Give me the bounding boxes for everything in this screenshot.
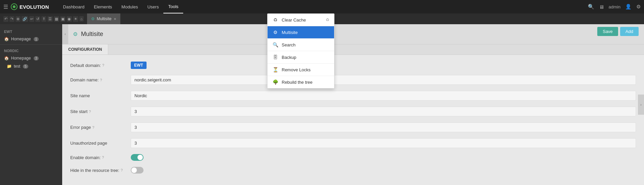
dropdown-item-clear-cache[interactable]: ♻ Clear Cache ♻ [268,14,334,26]
top-nav: Dashboard Elements Modules Users Tools [58,0,183,13]
nav-users[interactable]: Users [143,0,163,13]
dropdown-label-multisite: Multisite [282,30,298,35]
toolbar-icon-4[interactable]: 🔗 [22,16,28,22]
top-bar-left: ☰ EVOLUTION Dashboard Elements Modules U… [3,0,183,13]
sidebar-section-nordic: Nordic [0,46,62,54]
dropdown-item-search[interactable]: 🔍 Search [268,39,334,51]
input-error-page[interactable] [131,122,636,132]
sidebar-item-nordic-homepage-label: Homepage [11,56,31,61]
content-tabs: CONFIGURATION [62,44,644,55]
page-icon: ⚙ [73,31,78,37]
toolbar-icon-9[interactable]: ▦ [54,16,59,22]
toolbar-icon-1[interactable]: ↶ [3,16,8,22]
help-icon-enable-domain[interactable]: ? [102,155,104,159]
sidebar-badge-nordic-homepage: 3 [34,56,39,61]
collapse-sidebar-btn[interactable]: ‹ [62,24,68,44]
monitor-icon[interactable]: 🖥 [599,4,604,10]
toolbar-icon-12[interactable]: ☀ [73,16,78,22]
label-site-name: Site name [70,93,131,98]
form-content: Default domain: ? EWT Domain name: ? Sit… [62,55,644,185]
settings-icon[interactable]: ⚙ [636,4,641,10]
lock-icon: ⏳ [272,67,278,72]
sidebar-section-ewt: EWT [0,27,62,35]
nav-dashboard[interactable]: Dashboard [58,0,89,13]
toolbar-icons: ↶ ↷ ⊕ 🔗 ↩ ↺ ⇑ ☰ ▦ ▣ ◉ ☀ ⌂ [1,16,86,22]
dropdown-label-search: Search [282,42,295,47]
tab-multisite[interactable]: ⚙ Multisite ✕ [87,13,120,24]
nav-tools[interactable]: Tools [163,0,183,13]
logo-text: EVOLUTION [19,4,49,10]
sidebar-item-nordic-homepage[interactable]: 🏠 Homepage 3 [0,54,62,62]
help-icon-domain-name[interactable]: ? [100,78,102,82]
input-site-name[interactable] [131,91,636,101]
toggle-hide-resource-tree[interactable] [131,167,144,174]
expand-right-btn[interactable]: › [638,95,644,115]
sidebar-divider [0,44,62,45]
form-row-error-page: Error page ? [70,122,636,132]
dropdown-item-multisite[interactable]: ⚙ Multisite [268,26,334,38]
recycle-icon-right: ♻ [326,17,329,22]
content-header: ‹ ⚙ Multisite Save Add [62,24,644,44]
nav-elements[interactable]: Elements [89,0,117,13]
toolbar-icon-5[interactable]: ↩ [29,16,34,22]
form-row-hide-resource-tree: Hide in the resource tree: ? [70,167,636,174]
input-unauthorized-page[interactable] [131,138,636,148]
search-menu-icon: 🔍 [272,42,278,47]
sidebar-item-test-label: test [14,64,20,69]
toolbar-icon-3[interactable]: ⊕ [15,16,21,22]
toolbar-icon-8[interactable]: ☰ [47,16,53,22]
action-buttons: Save Add [597,27,639,36]
nav-modules[interactable]: Modules [117,0,143,13]
dropdown-label-remove-locks: Remove Locks [282,67,311,72]
user-icon[interactable]: 👤 [625,4,632,10]
form-row-unauthorized-page: Unauthorized page [70,138,636,148]
logo-circle [11,3,17,10]
form-row-default-domain: Default domain: ? EWT [70,62,636,69]
hamburger-icon[interactable]: ☰ [3,4,8,10]
input-domain-name[interactable] [131,75,636,85]
dropdown-item-rebuild-tree[interactable]: 🌳 Rebuild the tree [268,76,334,88]
sidebar: EWT 🏠 Homepage 1 Nordic 🏠 Homepage 3 📁 t… [0,24,62,185]
sidebar-item-ewt-homepage-label: Homepage [11,37,31,41]
sidebar-badge-ewt-homepage: 1 [34,37,39,41]
toolbar-icon-6[interactable]: ↺ [35,16,40,22]
dropdown-item-remove-locks[interactable]: ⏳ Remove Locks [268,64,334,76]
sidebar-badge-test: 5 [23,64,28,69]
tools-dropdown: ♻ Clear Cache ♻ ⚙ Multisite 🔍 Search 🗄 B… [267,13,334,88]
label-default-domain: Default domain: ? [70,63,131,68]
admin-label: admin [609,4,620,9]
tab-multisite-icon: ⚙ [91,16,95,21]
input-site-start[interactable] [131,107,636,116]
dropdown-label-backup: Backup [282,55,296,60]
help-icon-error-page[interactable]: ? [92,125,94,130]
page-title: Multisite [81,31,103,38]
top-bar: ☰ EVOLUTION Dashboard Elements Modules U… [0,0,644,13]
toolbar-icon-10[interactable]: ▣ [60,16,66,22]
logo: EVOLUTION [11,3,49,10]
dropdown-label-rebuild-tree: Rebuild the tree [282,80,313,85]
multisite-icon: ⚙ [272,30,278,35]
toolbar-icon-7[interactable]: ⇑ [41,16,46,22]
help-icon-default-domain[interactable]: ? [102,63,104,67]
search-icon[interactable]: 🔍 [588,4,594,10]
help-icon-site-start[interactable]: ? [89,110,91,114]
label-unauthorized-page: Unauthorized page [70,141,131,146]
toolbar-icon-11[interactable]: ◉ [67,16,72,22]
toolbar-icon-13[interactable]: ⌂ [79,16,84,22]
form-row-domain-name: Domain name: ? [70,75,636,85]
help-icon-hide-resource-tree[interactable]: ? [121,168,123,172]
tab-multisite-label: Multisite [97,16,112,21]
sidebar-home-icon: 🏠 [4,37,9,41]
dropdown-item-backup[interactable]: 🗄 Backup [268,51,334,63]
tab-configuration[interactable]: CONFIGURATION [62,44,108,54]
sidebar-item-test[interactable]: 📁 test 5 [0,62,62,70]
add-button[interactable]: Add [620,27,639,36]
save-button[interactable]: Save [597,27,618,36]
tab-close-icon[interactable]: ✕ [114,17,116,21]
sidebar-item-ewt-homepage[interactable]: 🏠 Homepage 1 [0,35,62,43]
label-enable-domain: Enable domain: ? [70,155,131,160]
toggle-enable-domain[interactable] [131,154,144,161]
form-row-site-name: Site name [70,91,636,101]
backup-icon: 🗄 [272,54,278,60]
toolbar-icon-2[interactable]: ↷ [9,16,14,22]
